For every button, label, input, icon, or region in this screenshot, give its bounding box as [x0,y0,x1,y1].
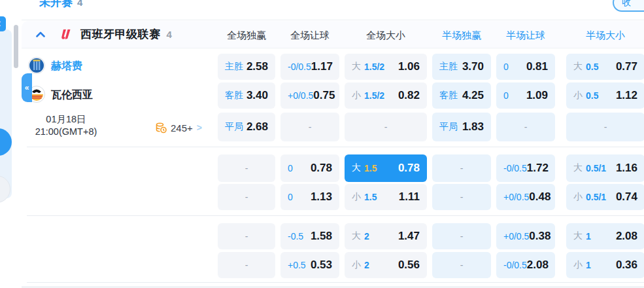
odds-selection-label: +0.5 [288,260,306,270]
odds-cell[interactable]: 大12.08 [566,223,644,249]
odds-value: 1.16 [616,162,637,175]
odds-value: 3.40 [246,89,268,102]
odds-selection-label: +0/0.5 [503,192,529,202]
empty-odds-dash: - [460,163,464,173]
odds-cell[interactable]: 小1.5/20.82 [345,82,427,109]
odds-cell[interactable]: 00.78 [280,154,339,182]
odds-cell[interactable]: - [496,113,555,141]
odds-cell[interactable]: -0.51.58 [280,223,339,249]
odds-selection-label: -0/0.5 [503,260,527,270]
odds-selection-label: 0 [288,163,293,173]
scrollbar-thumb[interactable] [14,25,18,68]
column-header: 半场让球 [486,29,565,42]
odds-cell[interactable]: 客胜3.40 [218,82,275,109]
group-divider [27,147,644,147]
odds-value: 1.11 [399,190,420,204]
odds-value: 0.81 [526,60,548,73]
odds-cell[interactable]: 主胜3.70 [432,54,491,80]
odds-cell[interactable]: -0/0.51.72 [496,154,555,182]
odds-cell[interactable]: 平局2.68 [218,113,275,141]
group-divider [27,215,644,216]
empty-odds-dash: - [604,122,607,132]
collapse-all-button[interactable]: 收 [613,0,644,12]
odds-cell[interactable]: +0/0.50.38 [496,223,555,249]
odds-cell[interactable]: - [432,154,491,182]
over-under-label: 小 [573,259,583,271]
odds-cell[interactable]: -0/0.52.08 [496,252,555,278]
odds-cell[interactable]: - [280,113,339,141]
line-value: 0.5/1 [586,163,606,173]
odds-cell[interactable]: 平局1.83 [432,113,491,141]
odds-cell[interactable]: +0/0.50.75 [280,82,339,109]
odds-cell[interactable]: 小1.51.11 [345,184,427,210]
odds-cell[interactable]: 小0.51.12 [566,82,644,109]
odds-cell[interactable]: 大1.5/21.06 [345,54,427,80]
odds-cell[interactable]: - [432,223,491,249]
odds-cell[interactable]: 小10.36 [566,252,644,278]
odds-cell[interactable]: 01.09 [496,82,555,109]
over-under-label: 大 [573,230,583,242]
odds-cell[interactable]: - [432,184,491,210]
odds-cell[interactable]: 大0.50.77 [566,54,644,80]
line-group: 大0.5/1 [573,162,606,174]
odds-cell[interactable]: -0/0.51.17 [280,54,339,80]
over-under-label: 大 [573,61,583,73]
odds-cell[interactable]: 主胜2.58 [218,54,275,80]
empty-odds-dash: - [245,260,248,270]
collapse-all-label: 收 [622,0,631,9]
odds-value: 2.08 [527,259,549,272]
away-team-name[interactable]: 瓦伦西亚 [51,88,93,102]
empty-odds-dash: - [460,260,464,270]
line-group: 小1 [573,259,591,271]
close-icon[interactable]: ✕ [0,16,6,31]
odds-cell[interactable]: - [218,184,275,210]
odds-cell[interactable]: 00.81 [496,54,555,80]
odds-value: 4.25 [462,89,484,102]
odds-selection-label: -0.5 [288,231,303,242]
odds-selection-label: +0/0.5 [288,90,313,101]
odds-cell[interactable]: 01.13 [280,184,339,210]
collapse-sidebar-handle[interactable]: « [22,73,32,102]
odds-cell[interactable]: 客胜4.25 [432,82,491,109]
league-collapse-toggle[interactable]: 西班牙甲级联赛 4 [36,21,172,48]
odds-value: 1.17 [311,60,333,73]
line-value: 1.5 [364,163,377,173]
chevron-right-icon: > [197,122,202,133]
top-bar: 未开赛4 收 [22,0,644,20]
odds-cell[interactable]: - [345,113,427,141]
over-under-label: 小 [352,90,361,101]
odds-cell[interactable]: - [218,154,275,182]
more-markets-link[interactable]: 245+ > [155,122,202,134]
odds-cell[interactable]: - [566,113,644,141]
line-group: 小0.5 [573,90,598,101]
line-value: 1.5/2 [364,62,384,72]
odds-cell[interactable]: 小0.5/10.74 [566,184,644,210]
line-group: 大1.5/2 [352,61,384,73]
odds-cell[interactable]: - [432,252,491,278]
line-group: 大1.5 [352,162,377,174]
home-team-name[interactable]: 赫塔费 [51,60,82,73]
odds-cell[interactable]: - [218,252,275,278]
odds-value: 2.58 [246,60,268,73]
line-group: 小0.5/1 [573,191,606,203]
match-datetime: 01月18日 21:00(GMT+8) [25,113,107,138]
line-value: 1 [586,260,591,270]
odds-cell[interactable]: 大21.47 [345,223,427,249]
odds-value: 2.68 [246,120,268,134]
over-under-label: 小 [352,191,361,203]
odds-cell[interactable]: 大1.50.78 [345,154,427,182]
league-header: 西班牙甲级联赛 4 全场独赢全场让球全场大小半场独赢半场让球半场大小 [22,21,644,48]
odds-cell[interactable]: +0/0.50.48 [496,184,555,210]
odds-cell[interactable]: 大0.5/11.16 [566,154,644,182]
odds-value: 0.48 [529,190,551,204]
close-glyph: ✕ [0,19,1,29]
over-under-label: 大 [352,162,361,174]
empty-odds-dash: - [524,122,528,132]
odds-selection-label: 客胜 [439,90,458,101]
odds-panel: 未开赛4 收 西班牙甲级联赛 4 全场独赢全场让球全场大小半场独赢半场让球半场大… [22,0,644,288]
odds-value: 3.70 [462,60,484,73]
odds-cell[interactable]: - [218,223,275,249]
tab-not-started[interactable]: 未开赛4 [39,0,82,10]
odds-cell[interactable]: +0.50.53 [280,252,339,278]
odds-cell[interactable]: 小20.56 [345,252,427,278]
